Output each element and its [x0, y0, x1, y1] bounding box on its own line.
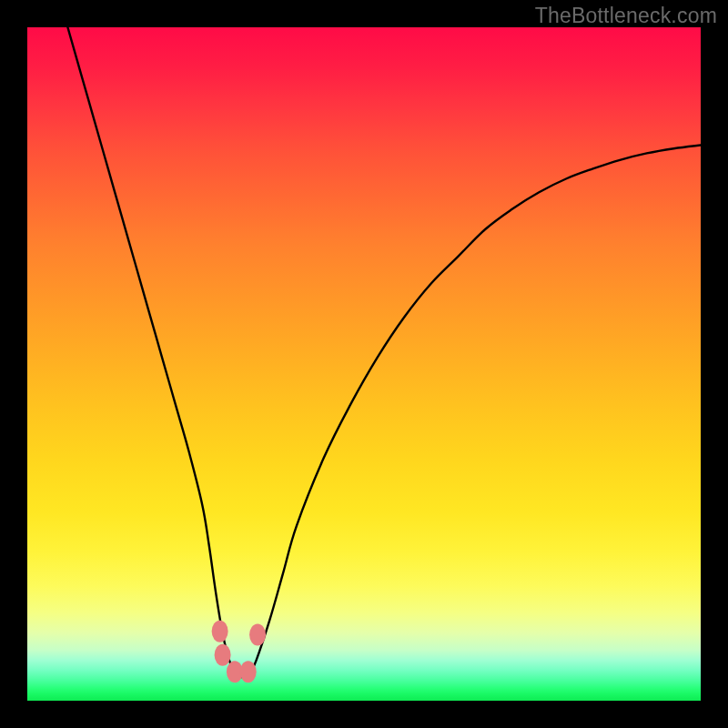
chart-frame: TheBottleneck.com: [0, 0, 728, 728]
watermark-text: TheBottleneck.com: [535, 4, 717, 28]
chart-svg: [27, 27, 701, 701]
plot-area: [27, 27, 701, 701]
curve-markers: [212, 621, 266, 682]
curve-marker: [249, 623, 266, 645]
bottleneck-curve: [67, 27, 701, 677]
curve-marker: [212, 621, 228, 642]
curve-marker: [215, 644, 231, 666]
curve-marker: [240, 661, 257, 682]
